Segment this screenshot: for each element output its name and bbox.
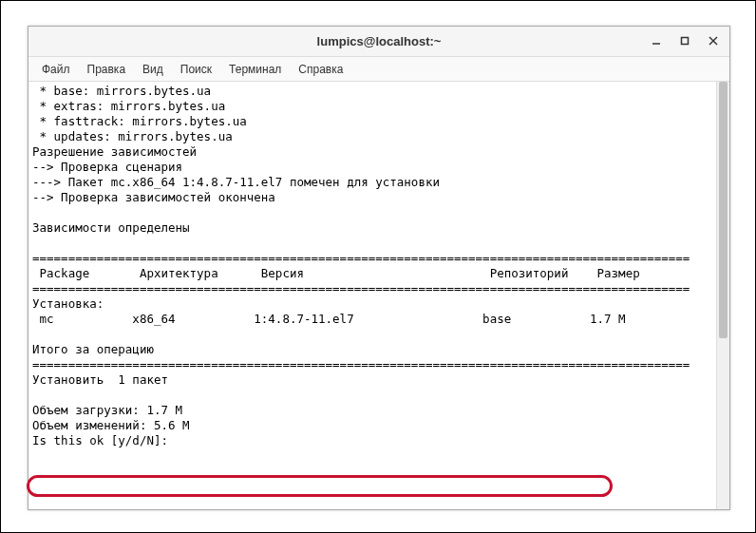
menubar: Файл Правка Вид Поиск Терминал Справка	[28, 57, 729, 82]
menu-file[interactable]: Файл	[34, 60, 78, 79]
terminal-area: * base: mirrors.bytes.ua * extras: mirro…	[28, 82, 729, 509]
terminal-window: lumpics@localhost:~ Файл Правка Вид Поис…	[28, 26, 730, 510]
scrollbar-thumb[interactable]	[719, 82, 728, 338]
window-title: lumpics@localhost:~	[317, 34, 442, 48]
titlebar: lumpics@localhost:~	[28, 27, 729, 57]
scrollbar[interactable]	[716, 82, 729, 509]
menu-edit[interactable]: Правка	[80, 60, 134, 79]
titlebar-controls	[646, 30, 724, 51]
svg-rect-1	[682, 38, 689, 45]
minimize-button[interactable]	[646, 30, 667, 51]
close-icon	[708, 35, 719, 47]
minimize-icon	[651, 35, 662, 47]
close-button[interactable]	[703, 30, 724, 51]
menu-help[interactable]: Справка	[291, 60, 350, 79]
maximize-icon	[679, 35, 690, 47]
menu-terminal[interactable]: Терминал	[221, 60, 289, 79]
maximize-button[interactable]	[674, 30, 695, 51]
menu-search[interactable]: Поиск	[173, 60, 219, 79]
terminal-output[interactable]: * base: mirrors.bytes.ua * extras: mirro…	[28, 82, 716, 509]
menu-view[interactable]: Вид	[135, 60, 171, 79]
